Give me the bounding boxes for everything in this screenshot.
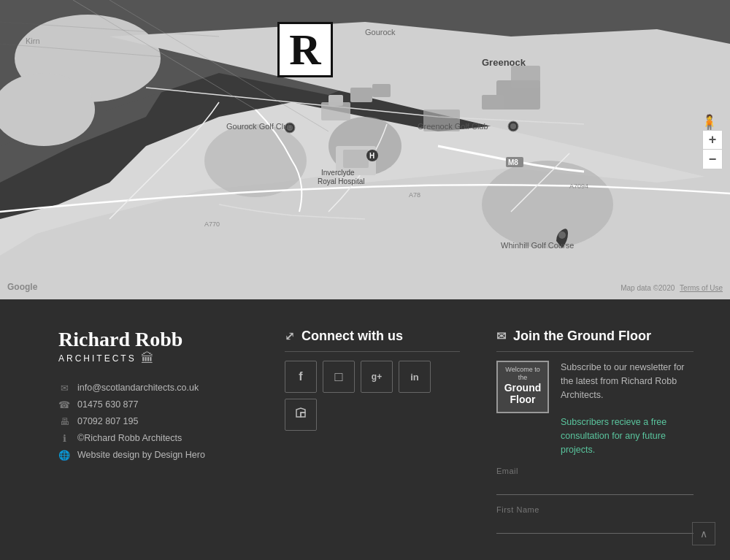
facebook-button[interactable]: f (285, 361, 317, 393)
phone-icon: ☎ (58, 399, 70, 410)
map-attribution: Map data ©2020 Terms of Use (620, 284, 723, 292)
svg-text:A770: A770 (204, 220, 220, 228)
zoom-out-button[interactable]: − (703, 150, 722, 169)
svg-text:M8: M8 (508, 158, 518, 166)
zoom-in-button[interactable]: + (703, 131, 722, 150)
map-container: H Kirn Gourock Golf Club Gourock Greenoc… (0, 0, 730, 299)
email-form-label: Email (496, 467, 694, 475)
linkedin-button[interactable]: in (399, 361, 431, 393)
connect-title-text: Connect with us (301, 329, 403, 344)
email-link[interactable]: info@scotlandarchitects.co.uk (77, 383, 199, 393)
firstname-form-label: First Name (496, 505, 694, 514)
copyright-contact: ℹ ©Richard Robb Architects (58, 433, 248, 444)
footer: Richard Robb ARCHITECTS 🏛 ✉ info@scotlan… (0, 299, 730, 560)
newsletter-section-title: ✉ Join the Ground Floor (496, 329, 694, 352)
chevron-up-icon: ∧ (700, 528, 707, 540)
firstname-form-row: First Name (496, 505, 694, 534)
email-form-row: Email (496, 467, 694, 495)
website-design-contact: 🌐 Website design by Design Hero (58, 450, 248, 461)
svg-text:Greenock Golf Club: Greenock Golf Club (418, 122, 488, 131)
email-form-input[interactable] (496, 477, 694, 495)
footer-right-column: ✉ Join the Ground Floor Welcome to the G… (496, 329, 694, 538)
facebook-icon: f (299, 370, 302, 383)
phone2-text: 07092 807 195 (77, 416, 138, 426)
ground-floor-badge: Welcome to the Ground Floor (496, 361, 549, 413)
svg-text:Kirn: Kirn (26, 37, 40, 45)
svg-rect-11 (372, 84, 391, 97)
company-name-line2: ARCHITECTS (58, 353, 137, 364)
envelope-icon: ✉ (496, 329, 506, 343)
connect-section-title: ⤢ Connect with us (285, 329, 460, 352)
terms-link[interactable]: Terms of Use (680, 284, 723, 292)
footer-middle-column: ⤢ Connect with us f □ g+ in (285, 329, 460, 538)
newsletter-description: Subscribe to our newsletter for the late… (561, 361, 694, 456)
firstname-form-input[interactable] (496, 516, 694, 534)
badge-top-text: Welcome to the (502, 366, 543, 382)
instagram-button[interactable]: □ (323, 361, 355, 393)
globe-icon: 🌐 (58, 450, 70, 461)
svg-text:A7094: A7094 (569, 183, 588, 190)
svg-text:Whinhill Golf Course: Whinhill Golf Course (501, 241, 574, 250)
email-contact: ✉ info@scotlandarchitects.co.uk (58, 383, 248, 394)
svg-rect-10 (350, 88, 372, 102)
share-icon: ⤢ (285, 329, 294, 343)
google-label: Google (7, 282, 37, 292)
svg-text:Gourock: Gourock (365, 28, 396, 37)
houzz-icon (294, 407, 307, 423)
houzz-button[interactable] (285, 399, 317, 431)
svg-text:Greenock: Greenock (482, 57, 526, 68)
phone1-text: 01475 630 877 (77, 399, 138, 410)
svg-text:Gourock Golf Club: Gourock Golf Club (226, 122, 292, 131)
copyright-text: ©Richard Robb Architects (77, 433, 182, 443)
svg-rect-17 (321, 102, 350, 120)
logo-letter: R (289, 28, 320, 72)
svg-text:H: H (369, 152, 374, 160)
map-logo: R (277, 22, 333, 77)
linkedin-icon: in (410, 372, 419, 383)
highlight-text: Subscribers recieve a free consultation … (561, 417, 666, 455)
svg-rect-15 (482, 95, 504, 110)
map-canvas: H Kirn Gourock Golf Club Gourock Greenoc… (0, 0, 730, 299)
instagram-icon: □ (335, 369, 343, 385)
zoom-controls: + − (702, 130, 723, 169)
svg-rect-44 (301, 413, 305, 417)
svg-point-25 (510, 123, 516, 129)
company-subtitle: ARCHITECTS 🏛 (58, 351, 248, 367)
svg-text:Inverclyde: Inverclyde (321, 169, 355, 177)
copyright-icon: ℹ (58, 433, 70, 444)
footer-left-column: Richard Robb ARCHITECTS 🏛 ✉ info@scotlan… (58, 329, 248, 538)
svg-rect-14 (511, 66, 540, 88)
website-design-link[interactable]: Website design by Design Hero (77, 450, 205, 460)
svg-point-7 (482, 161, 613, 248)
building-icon: 🏛 (141, 351, 156, 367)
badge-diamond (520, 405, 526, 411)
contact-list: ✉ info@scotlandarchitects.co.uk ☎ 01475 … (58, 383, 248, 461)
phone2-contact: 🖶 07092 807 195 (58, 416, 248, 427)
phone2-icon: 🖶 (58, 416, 70, 427)
social-grid: f □ g+ in (285, 361, 460, 431)
scroll-to-top-button[interactable]: ∧ (692, 522, 715, 545)
phone1-contact: ☎ 01475 630 877 (58, 399, 248, 410)
svg-point-26 (558, 231, 566, 239)
google-plus-icon: g+ (372, 372, 382, 382)
description-text: Subscribe to our newsletter for the late… (561, 362, 685, 400)
ground-floor-box: Welcome to the Ground Floor Subscribe to… (496, 361, 694, 456)
badge-main-text: Ground Floor (502, 383, 543, 405)
map-data-text: Map data ©2020 (620, 284, 675, 292)
svg-text:Royal Hospital: Royal Hospital (318, 177, 364, 185)
google-plus-button[interactable]: g+ (361, 361, 393, 393)
svg-text:A78: A78 (409, 191, 420, 199)
newsletter-title-text: Join the Ground Floor (513, 329, 651, 344)
svg-rect-19 (343, 150, 369, 168)
company-name-line1: Richard Robb (58, 329, 248, 351)
email-icon: ✉ (58, 383, 70, 394)
